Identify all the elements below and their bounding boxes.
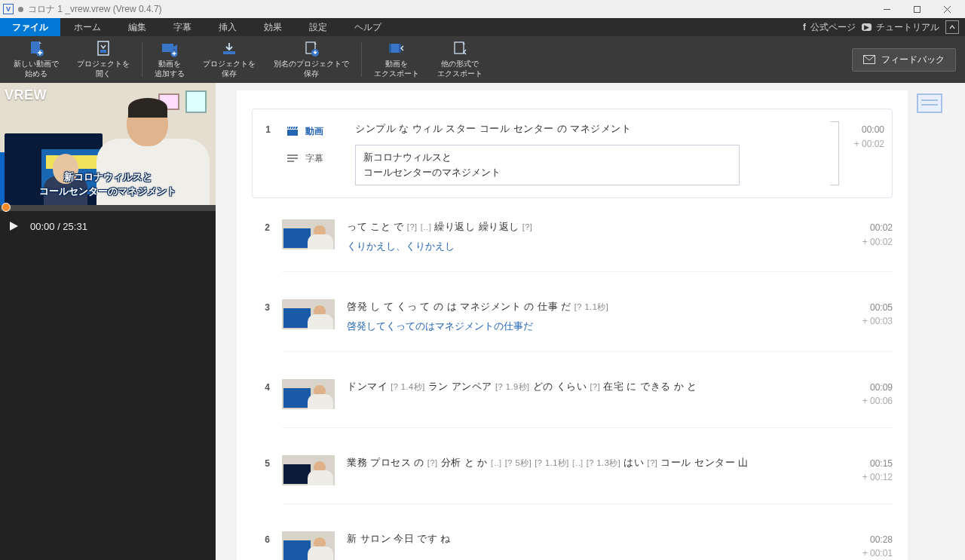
timeline[interactable] [0,205,216,211]
clip-time: 00:15+ 00:12 [846,455,893,485]
toolbar: 新しい動画で始めるプロジェクトを開く動画を追加するプロジェクトを保存別名のプロジ… [0,36,965,83]
toolbar-button-3[interactable]: プロジェクトを保存 [194,36,265,83]
minimap-page [917,93,942,113]
clip-number: 6 [252,531,270,560]
tutorial-link[interactable]: ▶ チュートリアル [862,21,939,34]
window-title: コロナ 1 _vrew.vrew (Vrew 0.4.7) [28,3,872,16]
menu-item-0[interactable]: ファイル [0,18,60,36]
toolbar-button-6[interactable]: 他の形式でエクスポート [428,36,492,83]
toolbar-icon [95,41,112,57]
toolbar-icon [161,41,178,57]
menu-item-4[interactable]: 挿入 [205,18,250,36]
clip-number: 3 [252,299,270,333]
svg-rect-4 [100,50,106,53]
recognized-words[interactable]: 新 サロン 今日 です ね [347,531,834,547]
menu-item-1[interactable]: ホーム [60,18,115,36]
clip-time: 00:00 + 00:02 [838,121,884,185]
clip-thumbnail[interactable] [282,299,335,329]
recognized-words[interactable]: って こと で [?] [‥] 繰り返し 繰り返し [?] [347,219,834,235]
svg-rect-15 [287,130,298,136]
menu-item-5[interactable]: 効果 [250,18,296,36]
video-panel: VREW 新コロナウィルスと コールセンターのマネジメント 00:00 / 25… [0,83,216,560]
clip-row[interactable]: 5業務 プロセス の [?] 分析 と か [‥] [? 5秒] [? 1.1秒… [252,451,893,499]
svg-rect-0 [914,6,920,12]
official-page-label: 公式ページ [810,21,856,34]
menu-item-7[interactable]: ヘルプ [341,18,395,36]
clip-subtitle[interactable]: 啓発してくってのはマネジメントの仕事だ [347,320,834,333]
toolbar-icon [28,41,44,57]
clip-number: 1 [253,121,271,185]
toolbar-button-0[interactable]: 新しい動画で始める [5,36,68,83]
menu-item-2[interactable]: 編集 [115,18,160,36]
titlebar: V コロナ 1 _vrew.vrew (Vrew 0.4.7) [0,0,965,18]
editor-panel: 1 動画 字幕 シンプル な ウィル スター コール センター の マネジメント [216,83,965,560]
recognized-words[interactable]: 啓発 し て くっ て の は マネジメント の 仕事 だ [? 1.1秒] [347,299,834,315]
playback-time: 00:00 / 25:31 [30,221,87,232]
svg-rect-11 [389,44,391,53]
clip-row[interactable]: 3啓発 し て くっ て の は マネジメント の 仕事 だ [? 1.1秒]啓… [252,295,893,347]
clip-number: 4 [252,379,270,409]
feedback-label: フィードバック [881,54,945,66]
clip-row[interactable]: 2って こと で [?] [‥] 繰り返し 繰り返し [?]くりかえし、くりかえ… [252,215,893,267]
clip-subtitle[interactable]: くりかえし、くりかえし [347,240,834,253]
subtitle-track-label: 字幕 [305,152,323,165]
clip-list: 1 動画 字幕 シンプル な ウィル スター コール センター の マネジメント [237,90,908,560]
svg-rect-13 [455,42,464,54]
mail-icon [863,55,875,64]
feedback-button[interactable]: フィードバック [852,48,956,72]
tutorial-label: チュートリアル [876,21,939,34]
facebook-icon: f [803,22,806,32]
toolbar-icon [303,41,320,57]
toolbar-button-4[interactable]: 別名のプロジェクトで保存 [265,36,358,83]
play-button[interactable] [8,220,20,232]
toolbar-button-2[interactable]: 動画を追加する [146,36,194,83]
official-page-link[interactable]: f 公式ページ [803,21,856,34]
toolbar-icon [388,41,405,57]
video-preview[interactable]: VREW 新コロナウィルスと コールセンターのマネジメント [0,83,216,205]
window-close-button[interactable] [932,0,962,18]
clip-thumbnail[interactable] [282,455,335,485]
svg-rect-7 [223,51,235,54]
toolbar-separator [142,42,142,77]
clip-time: 00:09+ 00:06 [846,379,893,409]
clip-number: 5 [252,455,270,485]
clip-thumbnail[interactable] [282,531,335,560]
subtitle-lines-icon [287,155,298,162]
clip-time: 00:28+ 00:01 [846,531,893,560]
clip-row[interactable]: 4ドンマイ [? 1.4秒] ラン アンペア [? 1.9秒] どの くらい [… [252,375,893,423]
unsaved-dot [18,7,23,12]
vrew-watermark: VREW [5,87,47,103]
minimap[interactable] [914,90,945,113]
subtitle-input[interactable]: 新コロナウィルスと コールセンターのマネジメント [355,145,740,185]
video-caption: 新コロナウィルスと コールセンターのマネジメント [39,170,176,199]
clip-row[interactable]: 1 動画 字幕 シンプル な ウィル スター コール センター の マネジメント [252,109,893,198]
window-minimize-button[interactable] [872,0,902,18]
recognized-words[interactable]: ドンマイ [? 1.4秒] ラン アンペア [? 1.9秒] どの くらい [?… [347,379,834,395]
app-icon: V [3,4,14,14]
toolbar-icon [221,41,237,57]
clapperboard-icon [287,127,298,136]
menubar: ファイルホーム編集字幕挿入効果設定ヘルプ f 公式ページ ▶ チュートリアル [0,18,965,36]
clip-thumbnail[interactable] [282,219,335,249]
video-track-label: 動画 [305,125,323,138]
menu-item-6[interactable]: 設定 [296,18,341,36]
toolbar-button-5[interactable]: 動画をエクスポート [365,36,428,83]
toolbar-icon [452,41,468,57]
window-maximize-button[interactable] [902,0,932,18]
clip-number: 2 [252,219,270,253]
layout-toggle-button[interactable] [945,20,959,34]
svg-rect-5 [162,44,173,52]
clip-time: 00:02+ 00:02 [846,219,893,253]
youtube-icon: ▶ [862,23,872,31]
toolbar-button-1[interactable]: プロジェクトを開く [68,36,139,83]
toolbar-separator [361,42,362,77]
clip-thumbnail[interactable] [282,379,335,409]
clip-row[interactable]: 6新 サロン 今日 です ね00:28+ 00:01 [252,527,893,560]
playhead[interactable] [2,203,11,212]
menu-item-3[interactable]: 字幕 [160,18,205,36]
recognized-words[interactable]: 業務 プロセス の [?] 分析 と か [‥] [? 5秒] [? 1.1秒]… [347,455,834,471]
merge-bracket[interactable] [830,121,839,185]
recognized-words[interactable]: シンプル な ウィル スター コール センター の マネジメント [355,121,826,137]
clip-time: 00:05+ 00:03 [846,299,893,333]
